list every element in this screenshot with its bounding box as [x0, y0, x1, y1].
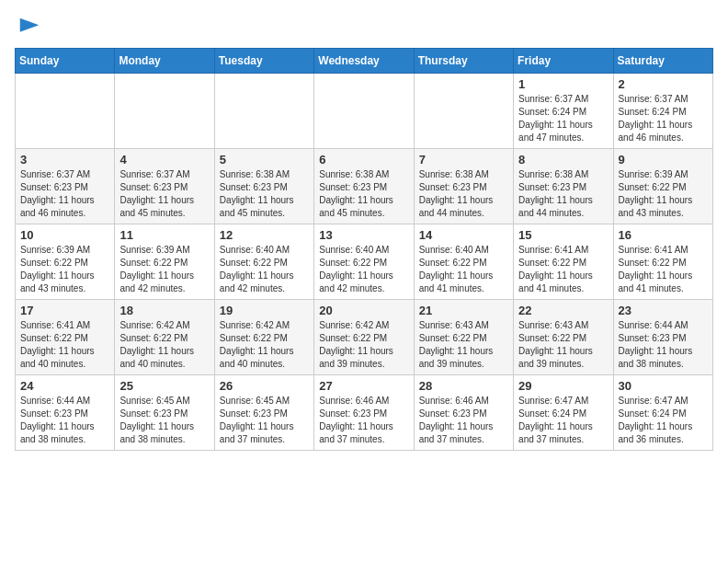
logo-icon — [17, 15, 42, 40]
day-number: 25 — [119, 379, 209, 393]
day-info: Sunrise: 6:38 AM Sunset: 6:23 PM Dayligh… — [419, 168, 508, 220]
weekday-thursday: Thursday — [414, 49, 513, 74]
calendar-cell: 4Sunrise: 6:37 AM Sunset: 6:23 PM Daylig… — [115, 149, 214, 224]
calendar-cell: 25Sunrise: 6:45 AM Sunset: 6:23 PM Dayli… — [115, 375, 214, 451]
calendar-cell — [314, 74, 414, 149]
day-info: Sunrise: 6:42 AM Sunset: 6:22 PM Dayligh… — [119, 319, 209, 371]
calendar-cell — [214, 74, 313, 149]
day-number: 29 — [518, 379, 608, 393]
calendar-cell: 24Sunrise: 6:44 AM Sunset: 6:23 PM Dayli… — [16, 375, 115, 451]
calendar: SundayMondayTuesdayWednesdayThursdayFrid… — [15, 48, 713, 451]
day-info: Sunrise: 6:39 AM Sunset: 6:22 PM Dayligh… — [619, 168, 708, 220]
day-info: Sunrise: 6:42 AM Sunset: 6:22 PM Dayligh… — [220, 319, 309, 371]
calendar-cell: 11Sunrise: 6:39 AM Sunset: 6:22 PM Dayli… — [115, 224, 214, 300]
day-number: 7 — [419, 153, 508, 167]
day-info: Sunrise: 6:38 AM Sunset: 6:23 PM Dayligh… — [319, 168, 408, 220]
calendar-cell — [115, 74, 214, 149]
calendar-cell: 5Sunrise: 6:38 AM Sunset: 6:23 PM Daylig… — [214, 149, 313, 224]
day-info: Sunrise: 6:44 AM Sunset: 6:23 PM Dayligh… — [619, 319, 708, 371]
day-number: 3 — [20, 153, 109, 167]
day-number: 9 — [619, 153, 708, 167]
day-number: 24 — [20, 379, 109, 393]
calendar-cell: 12Sunrise: 6:40 AM Sunset: 6:22 PM Dayli… — [214, 224, 313, 300]
day-number: 15 — [518, 228, 608, 242]
day-number: 19 — [220, 304, 309, 317]
day-number: 23 — [619, 304, 708, 317]
calendar-cell: 7Sunrise: 6:38 AM Sunset: 6:23 PM Daylig… — [414, 149, 513, 224]
day-info: Sunrise: 6:39 AM Sunset: 6:22 PM Dayligh… — [119, 244, 209, 295]
svg-marker-0 — [20, 18, 40, 32]
weekday-monday: Monday — [115, 49, 214, 74]
calendar-cell: 10Sunrise: 6:39 AM Sunset: 6:22 PM Dayli… — [16, 224, 115, 300]
calendar-cell: 15Sunrise: 6:41 AM Sunset: 6:22 PM Dayli… — [514, 224, 613, 300]
weekday-saturday: Saturday — [613, 49, 712, 74]
day-info: Sunrise: 6:43 AM Sunset: 6:22 PM Dayligh… — [518, 319, 608, 371]
weekday-tuesday: Tuesday — [214, 49, 313, 74]
day-info: Sunrise: 6:41 AM Sunset: 6:22 PM Dayligh… — [518, 244, 608, 295]
day-info: Sunrise: 6:40 AM Sunset: 6:22 PM Dayligh… — [319, 244, 408, 295]
day-number: 14 — [419, 228, 508, 242]
day-info: Sunrise: 6:41 AM Sunset: 6:22 PM Dayligh… — [20, 319, 109, 371]
day-number: 30 — [619, 379, 708, 393]
calendar-cell: 28Sunrise: 6:46 AM Sunset: 6:23 PM Dayli… — [414, 375, 513, 451]
week-row-1: 1Sunrise: 6:37 AM Sunset: 6:24 PM Daylig… — [16, 74, 713, 149]
header — [15, 15, 713, 37]
calendar-cell: 13Sunrise: 6:40 AM Sunset: 6:22 PM Dayli… — [314, 224, 414, 300]
day-number: 5 — [220, 153, 309, 167]
day-number: 8 — [518, 153, 608, 167]
day-number: 20 — [319, 304, 408, 317]
calendar-cell — [16, 74, 115, 149]
day-info: Sunrise: 6:44 AM Sunset: 6:23 PM Dayligh… — [20, 395, 109, 446]
week-row-2: 3Sunrise: 6:37 AM Sunset: 6:23 PM Daylig… — [16, 149, 713, 224]
day-number: 26 — [220, 379, 309, 393]
calendar-cell — [414, 74, 513, 149]
day-info: Sunrise: 6:41 AM Sunset: 6:22 PM Dayligh… — [619, 244, 708, 295]
calendar-cell: 23Sunrise: 6:44 AM Sunset: 6:23 PM Dayli… — [613, 300, 712, 375]
calendar-cell: 8Sunrise: 6:38 AM Sunset: 6:23 PM Daylig… — [514, 149, 613, 224]
day-number: 4 — [119, 153, 209, 167]
calendar-cell: 19Sunrise: 6:42 AM Sunset: 6:22 PM Dayli… — [214, 300, 313, 375]
calendar-cell: 18Sunrise: 6:42 AM Sunset: 6:22 PM Dayli… — [115, 300, 214, 375]
calendar-cell: 26Sunrise: 6:45 AM Sunset: 6:23 PM Dayli… — [214, 375, 313, 451]
day-number: 18 — [119, 304, 209, 317]
day-number: 21 — [419, 304, 508, 317]
day-number: 22 — [518, 304, 608, 317]
calendar-cell: 27Sunrise: 6:46 AM Sunset: 6:23 PM Dayli… — [314, 375, 414, 451]
day-info: Sunrise: 6:37 AM Sunset: 6:23 PM Dayligh… — [119, 168, 209, 220]
calendar-cell: 17Sunrise: 6:41 AM Sunset: 6:22 PM Dayli… — [16, 300, 115, 375]
page: SundayMondayTuesdayWednesdayThursdayFrid… — [0, 0, 728, 465]
week-row-4: 17Sunrise: 6:41 AM Sunset: 6:22 PM Dayli… — [16, 300, 713, 375]
day-number: 10 — [20, 228, 109, 242]
calendar-cell: 20Sunrise: 6:42 AM Sunset: 6:22 PM Dayli… — [314, 300, 414, 375]
calendar-cell: 6Sunrise: 6:38 AM Sunset: 6:23 PM Daylig… — [314, 149, 414, 224]
calendar-cell: 16Sunrise: 6:41 AM Sunset: 6:22 PM Dayli… — [613, 224, 712, 300]
day-info: Sunrise: 6:37 AM Sunset: 6:24 PM Dayligh… — [518, 93, 608, 144]
weekday-wednesday: Wednesday — [314, 49, 414, 74]
day-info: Sunrise: 6:46 AM Sunset: 6:23 PM Dayligh… — [319, 395, 408, 446]
day-info: Sunrise: 6:38 AM Sunset: 6:23 PM Dayligh… — [220, 168, 309, 220]
calendar-cell: 3Sunrise: 6:37 AM Sunset: 6:23 PM Daylig… — [16, 149, 115, 224]
calendar-cell: 29Sunrise: 6:47 AM Sunset: 6:24 PM Dayli… — [514, 375, 613, 451]
week-row-5: 24Sunrise: 6:44 AM Sunset: 6:23 PM Dayli… — [16, 375, 713, 451]
day-info: Sunrise: 6:47 AM Sunset: 6:24 PM Dayligh… — [619, 395, 708, 446]
day-info: Sunrise: 6:45 AM Sunset: 6:23 PM Dayligh… — [220, 395, 309, 446]
day-number: 12 — [220, 228, 309, 242]
day-info: Sunrise: 6:40 AM Sunset: 6:22 PM Dayligh… — [419, 244, 508, 295]
day-info: Sunrise: 6:37 AM Sunset: 6:24 PM Dayligh… — [619, 93, 708, 144]
day-info: Sunrise: 6:43 AM Sunset: 6:22 PM Dayligh… — [419, 319, 508, 371]
calendar-body: 1Sunrise: 6:37 AM Sunset: 6:24 PM Daylig… — [16, 74, 713, 451]
day-number: 11 — [119, 228, 209, 242]
day-number: 6 — [319, 153, 408, 167]
calendar-cell: 1Sunrise: 6:37 AM Sunset: 6:24 PM Daylig… — [514, 74, 613, 149]
weekday-header-row: SundayMondayTuesdayWednesdayThursdayFrid… — [16, 49, 713, 74]
day-number: 17 — [20, 304, 109, 317]
day-number: 28 — [419, 379, 508, 393]
day-number: 2 — [619, 77, 708, 91]
day-info: Sunrise: 6:39 AM Sunset: 6:22 PM Dayligh… — [20, 244, 109, 295]
week-row-3: 10Sunrise: 6:39 AM Sunset: 6:22 PM Dayli… — [16, 224, 713, 300]
day-info: Sunrise: 6:42 AM Sunset: 6:22 PM Dayligh… — [319, 319, 408, 371]
day-number: 1 — [518, 77, 608, 91]
day-number: 16 — [619, 228, 708, 242]
day-number: 13 — [319, 228, 408, 242]
calendar-cell: 14Sunrise: 6:40 AM Sunset: 6:22 PM Dayli… — [414, 224, 513, 300]
